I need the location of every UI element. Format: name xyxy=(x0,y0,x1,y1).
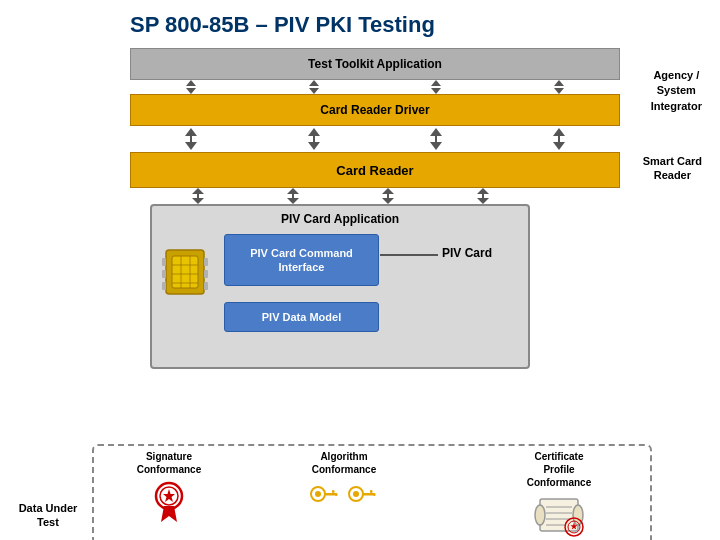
signature-conformance-item: Signature Conformance xyxy=(124,450,214,528)
svg-rect-57 xyxy=(370,490,373,493)
agency-system-label: Agency / System Integrator xyxy=(651,68,702,114)
svg-marker-11 xyxy=(308,128,320,136)
piv-card-line xyxy=(380,254,438,256)
svg-point-60 xyxy=(535,505,545,525)
arrow-td-3 xyxy=(429,80,443,94)
svg-marker-10 xyxy=(185,142,197,150)
bottom-dashed-box: Signature Conformance Algorithm Conforma… xyxy=(92,444,652,540)
piv-cmd-interface-box: PIV Card Command Interface xyxy=(224,234,379,286)
svg-rect-21 xyxy=(197,194,199,198)
svg-marker-8 xyxy=(185,128,197,136)
arrows-cardreader-pivapp xyxy=(150,188,530,204)
certificate-conformance-item: Certificate Profile Conformance xyxy=(504,450,614,537)
svg-marker-29 xyxy=(477,188,489,194)
svg-marker-20 xyxy=(192,188,204,194)
algorithm-conformance-item: Algorithm Conformance xyxy=(294,450,394,506)
driver-bar: Card Reader Driver xyxy=(130,94,620,126)
keys-icon xyxy=(294,482,394,506)
svg-marker-19 xyxy=(553,142,565,150)
svg-rect-52 xyxy=(332,490,335,493)
svg-marker-47 xyxy=(163,489,175,502)
arrow-td-4 xyxy=(552,80,566,94)
svg-point-55 xyxy=(353,491,359,497)
svg-marker-23 xyxy=(287,188,299,194)
arrows-driver-cardreader xyxy=(130,126,620,152)
svg-marker-2 xyxy=(309,80,319,86)
certificate-conformance-label: Certificate Profile Conformance xyxy=(504,450,614,489)
svg-rect-24 xyxy=(292,194,294,198)
svg-rect-53 xyxy=(335,493,338,496)
arrow-cr-2 xyxy=(286,188,300,204)
scroll-icon xyxy=(504,493,614,537)
svg-rect-30 xyxy=(482,194,484,198)
toolkit-bar: Test Toolkit Application xyxy=(130,48,620,80)
svg-rect-12 xyxy=(313,136,315,142)
svg-rect-58 xyxy=(373,493,376,496)
svg-rect-42 xyxy=(204,258,208,266)
svg-marker-13 xyxy=(308,142,320,150)
svg-marker-16 xyxy=(430,142,442,150)
svg-rect-9 xyxy=(190,136,192,142)
svg-point-50 xyxy=(315,491,321,497)
arrow-cr-3 xyxy=(381,188,395,204)
piv-app-box: PIV Card Application xyxy=(150,204,530,369)
card-reader-bar: Card Reader xyxy=(130,152,620,188)
svg-rect-15 xyxy=(435,136,437,142)
chip-icon xyxy=(162,244,208,304)
svg-rect-44 xyxy=(204,282,208,290)
arrow-td-2 xyxy=(307,80,321,94)
piv-data-model-box: PIV Data Model xyxy=(224,302,379,332)
svg-marker-4 xyxy=(431,80,441,86)
ribbon-icon xyxy=(124,480,214,528)
arrow-dc-3 xyxy=(429,128,443,150)
svg-rect-39 xyxy=(162,258,166,266)
svg-rect-51 xyxy=(324,493,336,496)
svg-rect-43 xyxy=(204,270,208,278)
data-under-test-label: Data Under Test xyxy=(8,501,88,530)
arrow-dc-2 xyxy=(307,128,321,150)
page-title: SP 800-85B – PIV PKI Testing xyxy=(0,0,720,46)
algorithm-conformance-label: Algorithm Conformance xyxy=(294,450,394,476)
arrow-td-1 xyxy=(184,80,198,94)
svg-marker-26 xyxy=(382,188,394,194)
piv-app-title: PIV Card Application xyxy=(152,206,528,230)
arrow-cr-1 xyxy=(191,188,205,204)
svg-marker-6 xyxy=(554,80,564,86)
svg-marker-17 xyxy=(553,128,565,136)
signature-conformance-label: Signature Conformance xyxy=(124,450,214,476)
arrow-dc-1 xyxy=(184,128,198,150)
smart-card-reader-label: Smart Card Reader xyxy=(643,154,702,183)
svg-rect-27 xyxy=(387,194,389,198)
svg-rect-40 xyxy=(162,270,166,278)
svg-marker-14 xyxy=(430,128,442,136)
svg-rect-41 xyxy=(162,282,166,290)
svg-marker-0 xyxy=(186,80,196,86)
svg-rect-18 xyxy=(558,136,560,142)
arrow-dc-4 xyxy=(552,128,566,150)
svg-rect-56 xyxy=(362,493,374,496)
arrow-cr-4 xyxy=(476,188,490,204)
arrows-toolkit-driver xyxy=(130,80,620,94)
piv-card-label: PIV Card xyxy=(442,246,492,260)
